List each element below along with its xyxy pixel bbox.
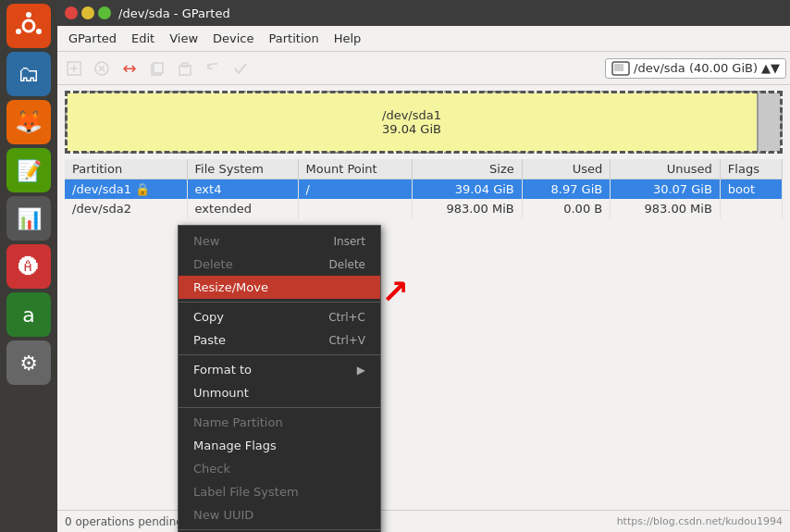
- col-mountpoint: Mount Point: [298, 159, 413, 179]
- menu-edit[interactable]: Edit: [124, 30, 162, 47]
- new-partition-button[interactable]: [61, 56, 87, 81]
- menu-view[interactable]: View: [162, 30, 205, 47]
- ctx-new[interactable]: New Insert: [179, 229, 380, 253]
- ctx-separator-1: [179, 302, 380, 303]
- sidebar: 🗂 🦊 📝 📊 🅐 a ⚙: [0, 0, 57, 532]
- cell-partition: /dev/sda1 🔒: [65, 179, 187, 200]
- col-flags: Flags: [720, 159, 782, 179]
- paste-button[interactable]: [172, 56, 198, 81]
- cell-size: 39.04 GiB: [413, 179, 523, 200]
- partition-table-container: Partition File System Mount Point Size U…: [65, 159, 783, 218]
- ubuntu-icon[interactable]: [6, 4, 51, 48]
- svg-rect-12: [154, 63, 163, 73]
- col-partition: Partition: [65, 159, 187, 179]
- svg-point-3: [36, 29, 42, 34]
- ctx-unmount[interactable]: Unmount: [179, 381, 380, 404]
- col-unused: Unused: [611, 159, 721, 179]
- ctx-check-label: Check: [193, 462, 230, 476]
- device-selector-arrow: ▲▼: [761, 61, 780, 75]
- svg-point-4: [16, 29, 21, 34]
- svg-point-2: [26, 12, 31, 18]
- svg-rect-16: [614, 64, 623, 71]
- ctx-new-label: New: [193, 234, 219, 248]
- status-operations: 0 operations pending: [65, 515, 183, 528]
- undo-button[interactable]: [200, 56, 226, 81]
- settings-icon[interactable]: ⚙: [6, 340, 51, 385]
- files-icon[interactable]: 🗂: [6, 52, 51, 96]
- maximize-button[interactable]: [98, 6, 111, 19]
- ctx-label-filesystem[interactable]: Label File System: [179, 480, 380, 503]
- ctx-delete[interactable]: Delete Delete: [179, 253, 380, 276]
- menu-gparted[interactable]: GParted: [61, 30, 124, 47]
- cell-unused: 983.00 MiB: [611, 199, 721, 218]
- ctx-copy-label: Copy: [193, 310, 224, 324]
- close-button[interactable]: [65, 6, 78, 19]
- ctx-copy-shortcut: Ctrl+C: [328, 311, 365, 324]
- title-bar: /dev/sda - GParted: [57, 0, 790, 26]
- ctx-new-uuid[interactable]: New UUID: [179, 503, 380, 526]
- menu-partition[interactable]: Partition: [262, 30, 327, 47]
- ctx-copy[interactable]: Copy Ctrl+C: [179, 305, 380, 328]
- col-used: Used: [522, 159, 610, 179]
- window-controls: [65, 6, 111, 19]
- col-size: Size: [413, 159, 523, 179]
- delete-button[interactable]: [89, 56, 115, 81]
- cell-used: 8.97 GiB: [522, 179, 610, 200]
- cell-filesystem: extended: [187, 199, 298, 218]
- disk-partition-sda2[interactable]: [759, 93, 781, 152]
- table-row[interactable]: /dev/sda1 🔒 ext4 / 39.04 GiB 8.97 GiB 30…: [65, 179, 783, 200]
- context-menu: New Insert Delete Delete Resize/Move Cop…: [178, 225, 381, 532]
- cell-size: 983.00 MiB: [413, 199, 523, 218]
- ctx-delete-label: Delete: [193, 257, 233, 271]
- ctx-delete-shortcut: Delete: [329, 258, 365, 271]
- ctx-manage-flags-label: Manage Flags: [193, 439, 277, 452]
- ctx-name-partition[interactable]: Name Partition: [179, 411, 380, 434]
- firefox-icon[interactable]: 🦊: [6, 100, 51, 144]
- apply-button[interactable]: [228, 56, 253, 81]
- ctx-manage-flags[interactable]: Manage Flags: [179, 434, 380, 457]
- status-url: https://blog.csdn.net/kudou1994: [617, 515, 783, 527]
- ctx-new-shortcut: Insert: [334, 235, 365, 248]
- menu-help[interactable]: Help: [327, 30, 369, 47]
- disk-sda1-size: 39.04 GiB: [382, 122, 441, 136]
- calc-icon[interactable]: 📊: [6, 196, 51, 241]
- ctx-check[interactable]: Check: [179, 457, 380, 480]
- ctx-format-to[interactable]: Format to ▶: [179, 358, 380, 381]
- device-selector[interactable]: /dev/sda (40.00 GiB) ▲▼: [605, 58, 786, 79]
- cell-used: 0.00 B: [522, 199, 610, 218]
- libreoffice-icon[interactable]: 📝: [6, 148, 51, 192]
- ctx-separator-2: [179, 354, 380, 355]
- ctx-paste-shortcut: Ctrl+V: [328, 334, 365, 347]
- menu-device[interactable]: Device: [205, 30, 261, 47]
- cell-filesystem: ext4: [187, 179, 298, 200]
- annotation-arrow: ↗: [381, 276, 409, 309]
- resize-move-button[interactable]: ↔: [117, 56, 142, 81]
- ctx-name-partition-label: Name Partition: [193, 415, 283, 429]
- amazon-icon[interactable]: a: [6, 292, 51, 337]
- main-window: GParted Edit View Device Partition Help …: [57, 26, 790, 532]
- ctx-separator-3: [179, 407, 380, 408]
- disk-visualization: /dev/sda1 39.04 GiB: [65, 91, 783, 154]
- ctx-format-label: Format to: [193, 363, 252, 377]
- cell-flags: [720, 199, 782, 218]
- status-bar: 0 operations pending https://blog.csdn.n…: [57, 510, 790, 532]
- toolbar: ↔ /dev/sda (40.00 GiB) ▲▼: [57, 52, 790, 85]
- cell-partition: /dev/sda2: [65, 199, 187, 218]
- appstore-icon[interactable]: 🅐: [6, 244, 51, 289]
- disk-sda1-label: /dev/sda1: [382, 108, 441, 122]
- col-filesystem: File System: [187, 159, 298, 179]
- minimize-button[interactable]: [81, 6, 94, 19]
- ctx-paste[interactable]: Paste Ctrl+V: [179, 328, 380, 352]
- ctx-resize-move[interactable]: Resize/Move: [179, 276, 380, 299]
- ctx-new-uuid-label: New UUID: [193, 508, 253, 522]
- ctx-separator-4: [179, 529, 380, 530]
- partition-table: Partition File System Mount Point Size U…: [65, 159, 783, 218]
- copy-button[interactable]: [144, 56, 170, 81]
- ctx-format-arrow: ▶: [357, 364, 365, 377]
- cell-mountpoint: [298, 199, 413, 218]
- svg-rect-14: [182, 63, 188, 67]
- menu-bar: GParted Edit View Device Partition Help: [57, 26, 790, 52]
- table-row[interactable]: /dev/sda2 extended 983.00 MiB 0.00 B 983…: [65, 199, 783, 218]
- cell-unused: 30.07 GiB: [611, 179, 721, 200]
- disk-partition-sda1[interactable]: /dev/sda1 39.04 GiB: [67, 93, 759, 152]
